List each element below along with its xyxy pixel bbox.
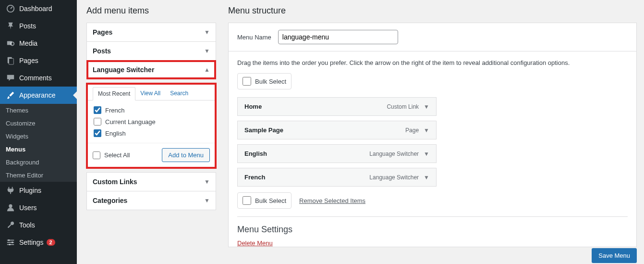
submenu-themes[interactable]: Themes [0, 104, 77, 117]
option-french[interactable]: French [94, 106, 209, 114]
menu-item-french[interactable]: French Language Switcher▼ [237, 168, 437, 187]
sidebar-label: Pages [19, 57, 38, 64]
sidebar-item-pages[interactable]: Pages [0, 52, 77, 69]
add-menu-items-title: Add menu items [86, 6, 216, 16]
accordion-label: Posts [93, 47, 111, 55]
accordion-custom-links[interactable]: Custom Links▼ [86, 172, 216, 191]
accordion-posts[interactable]: Posts▼ [86, 42, 216, 61]
accordion-language-switcher[interactable]: Language Switcher▲ [86, 61, 216, 79]
sidebar-item-dashboard[interactable]: Dashboard [0, 0, 77, 17]
menu-structure-title: Menu structure [228, 6, 637, 16]
accordion-label: Language Switcher [93, 66, 154, 74]
submenu-menus[interactable]: Menus [0, 143, 77, 156]
sidebar-item-tools[interactable]: Tools [0, 216, 77, 234]
wrench-icon [6, 220, 15, 230]
sidebar-label: Users [19, 204, 37, 212]
brush-icon [6, 90, 15, 100]
submenu-background[interactable]: Background [0, 156, 77, 169]
sidebar-item-posts[interactable]: Posts [0, 17, 77, 35]
submenu-customize[interactable]: Customize [0, 117, 77, 130]
add-to-menu-button[interactable]: Add to Menu [162, 148, 210, 162]
caret-up-icon: ▲ [204, 66, 210, 73]
svg-rect-4 [9, 59, 13, 65]
option-english[interactable]: English [94, 129, 209, 137]
bulk-select-checkbox-bottom[interactable] [243, 196, 251, 205]
caret-down-icon[interactable]: ▼ [424, 174, 429, 181]
sidebar-item-plugins[interactable]: Plugins [0, 182, 77, 199]
svg-point-9 [8, 239, 10, 241]
sliders-icon [6, 238, 15, 247]
tab-search[interactable]: Search [165, 87, 193, 100]
tab-view-all[interactable]: View All [135, 87, 165, 100]
submenu-theme-editor[interactable]: Theme Editor [0, 169, 77, 182]
bulk-select-top[interactable]: Bulk Select [237, 73, 292, 89]
checkbox-french[interactable] [94, 106, 101, 114]
svg-point-5 [9, 204, 12, 208]
sidebar-label: Posts [19, 22, 36, 30]
menu-name-input[interactable] [278, 30, 398, 44]
caret-down-icon[interactable]: ▼ [424, 127, 429, 134]
menu-item-sample-page[interactable]: Sample Page Page▼ [237, 121, 437, 139]
sidebar-item-comments[interactable]: Comments [0, 69, 77, 87]
pin-icon [6, 21, 15, 31]
dashboard-icon [6, 4, 15, 13]
menu-settings-heading: Menu Settings [237, 216, 628, 235]
user-icon [6, 203, 15, 213]
help-text: Drag the items into the order you prefer… [237, 59, 628, 66]
sidebar-label: Appearance [19, 91, 56, 99]
tabs: Most Recent View All Search [87, 83, 216, 101]
menu-name-label: Menu Name [237, 34, 271, 41]
sidebar-item-settings[interactable]: Settings 2 [0, 234, 77, 251]
checkbox-select-all[interactable] [93, 151, 100, 159]
option-current-language[interactable]: Current Language [94, 118, 209, 126]
plug-icon [6, 186, 15, 195]
settings-badge: 2 [47, 239, 55, 246]
menu-items-list: Home Custom Link▼ Sample Page Page▼ Engl… [237, 97, 628, 187]
sidebar-item-appearance[interactable]: Appearance [0, 87, 77, 104]
caret-down-icon[interactable]: ▼ [424, 151, 429, 157]
sidebar-label: Tools [19, 221, 35, 229]
media-icon [6, 38, 15, 48]
select-all[interactable]: Select All [93, 151, 130, 159]
bulk-select-checkbox[interactable] [243, 77, 251, 86]
sidebar-label: Plugins [19, 187, 41, 194]
page-icon [6, 56, 15, 65]
menu-item-home[interactable]: Home Custom Link▼ [237, 97, 437, 116]
checkbox-current-language[interactable] [94, 118, 101, 126]
caret-down-icon: ▼ [204, 29, 210, 36]
tab-most-recent[interactable]: Most Recent [93, 87, 135, 101]
language-switcher-panel: Most Recent View All Search French Curre… [86, 83, 216, 168]
menu-item-english[interactable]: English Language Switcher▼ [237, 144, 437, 163]
svg-point-11 [9, 244, 11, 246]
menu-name-row: Menu Name [228, 23, 637, 51]
svg-point-10 [12, 241, 13, 243]
caret-down-icon: ▼ [204, 197, 210, 204]
caret-down-icon: ▼ [204, 178, 210, 185]
sidebar-item-media[interactable]: Media [0, 35, 77, 52]
accordion-label: Custom Links [93, 178, 137, 186]
accordion-label: Pages [93, 28, 112, 36]
sidebar-label: Comments [19, 74, 52, 82]
delete-menu-link[interactable]: Delete Menu [237, 239, 273, 247]
caret-down-icon[interactable]: ▼ [424, 103, 429, 110]
appearance-submenu: Themes Customize Widgets Menus Backgroun… [0, 104, 77, 182]
submenu-widgets[interactable]: Widgets [0, 130, 77, 143]
comment-icon [6, 73, 15, 83]
bulk-select-bottom[interactable]: Bulk Select [237, 192, 292, 209]
accordion-pages[interactable]: Pages▼ [86, 23, 216, 42]
sidebar-label: Media [19, 39, 37, 47]
accordion-label: Categories [93, 197, 127, 204]
remove-selected-link[interactable]: Remove Selected Items [299, 197, 365, 204]
caret-down-icon: ▼ [204, 48, 210, 54]
checkbox-english[interactable] [94, 129, 101, 137]
sidebar-item-users[interactable]: Users [0, 199, 77, 216]
admin-sidebar: Dashboard Posts Media Pages Comments App… [0, 0, 77, 264]
sidebar-label: Dashboard [19, 5, 52, 13]
sidebar-label: Settings [19, 239, 44, 246]
accordion-categories[interactable]: Categories▼ [86, 191, 216, 210]
save-menu-button[interactable]: Save Menu [592, 248, 637, 263]
